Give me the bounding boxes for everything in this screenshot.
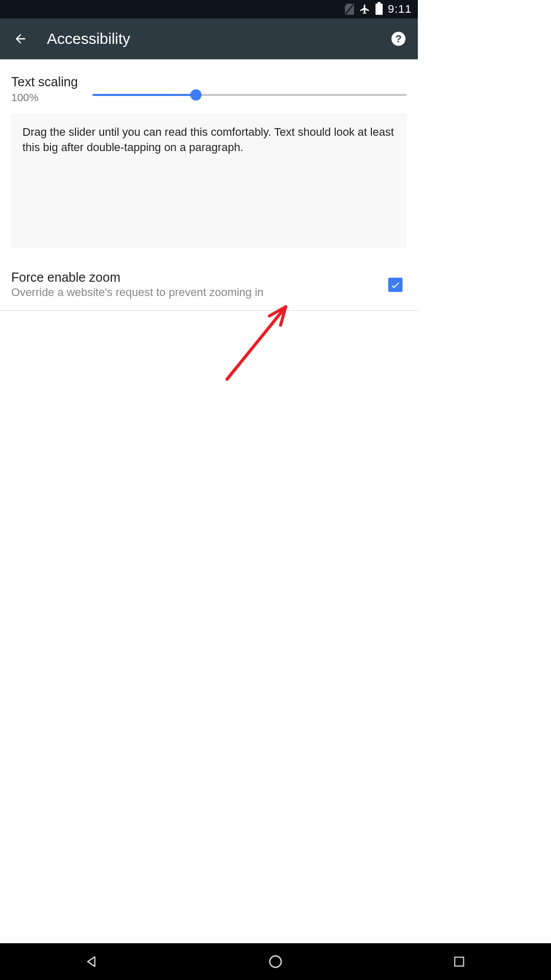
slider-thumb[interactable] bbox=[190, 89, 202, 101]
status-bar: 9:11 bbox=[0, 0, 418, 18]
preview-text: Drag the slider until you can read this … bbox=[22, 126, 394, 154]
force-enable-zoom-row[interactable]: Force enable zoom Override a website's r… bbox=[0, 270, 418, 311]
text-scaling-label: Text scaling bbox=[11, 75, 78, 89]
annotation-arrow bbox=[219, 298, 301, 384]
svg-text:?: ? bbox=[395, 33, 402, 44]
help-icon: ? bbox=[391, 31, 406, 46]
force-enable-zoom-title: Force enable zoom bbox=[11, 270, 264, 285]
status-time: 9:11 bbox=[388, 3, 412, 16]
text-scaling-row: Text scaling 100% bbox=[11, 75, 407, 107]
text-scaling-preview: Drag the slider until you can read this … bbox=[11, 113, 407, 249]
content-area: Text scaling 100% Drag the slider until … bbox=[0, 60, 418, 311]
back-button[interactable] bbox=[9, 28, 32, 50]
text-scaling-slider[interactable] bbox=[92, 94, 407, 96]
force-enable-zoom-checkbox[interactable] bbox=[388, 278, 403, 292]
check-icon bbox=[390, 279, 401, 290]
arrow-back-icon bbox=[13, 32, 28, 46]
app-bar: Accessibility ? bbox=[0, 18, 418, 59]
help-button[interactable]: ? bbox=[388, 29, 409, 49]
slider-fill bbox=[92, 94, 196, 96]
text-scaling-value: 100% bbox=[11, 91, 78, 104]
page-title: Accessibility bbox=[47, 30, 373, 47]
force-enable-zoom-subtitle: Override a website's request to prevent … bbox=[11, 286, 264, 299]
no-sim-icon bbox=[345, 4, 354, 15]
battery-full-icon bbox=[375, 4, 383, 15]
airplane-mode-icon bbox=[359, 4, 370, 15]
